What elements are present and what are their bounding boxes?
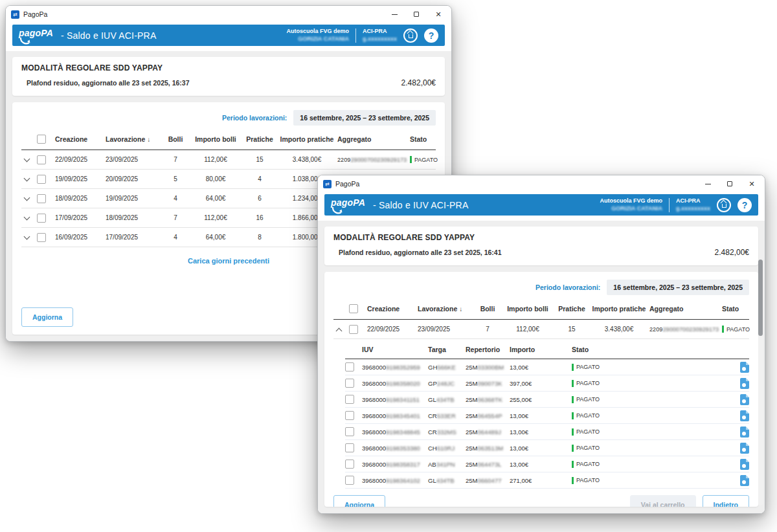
pratiche-cell: 8 [243,234,276,241]
status-badge: PAGATO [572,380,727,387]
pagopa-logo-icon: pagoPA [19,28,53,43]
col-bolli[interactable]: Bolli [163,135,188,143]
col-bolli[interactable]: Bolli [475,305,501,313]
col-lavorazione[interactable]: Lavorazione ↓ [418,305,475,313]
row-checkbox[interactable] [345,395,354,404]
close-button[interactable]: ✕ [434,10,442,18]
maximize-button[interactable] [412,10,420,18]
chevron-down-icon[interactable] [24,195,30,202]
indietro-button[interactable]: Indietro [703,495,750,507]
row-checkbox[interactable] [345,362,354,371]
lavorazione-cell: 23/09/2025 [106,156,163,163]
periodo-range-selector[interactable]: 16 settembre, 2025 – 23 settembre, 2025 [293,110,436,126]
receipt-icon[interactable] [740,378,749,389]
repertorio-cell: 25M063513M [466,445,510,452]
col-pratiche[interactable]: Pratiche [555,305,589,313]
status-bar-icon [572,412,574,419]
aggiorna-button[interactable]: Aggiorna [21,307,73,327]
row-checkbox[interactable] [37,233,46,242]
row-checkbox[interactable] [37,214,46,223]
minimize-button[interactable] [390,10,398,18]
subtable-row: 39680009198358317 AB341PN 25M064473L 13,… [345,456,749,472]
col-aggregato[interactable]: Aggregato [649,305,722,313]
page-title: - Saldo e IUV ACI-PRA [373,200,468,210]
row-checkbox[interactable] [37,155,46,164]
col-importo-pratiche[interactable]: Importo pratiche [589,305,649,313]
receipt-icon[interactable] [740,475,749,486]
targa-cell: AB341PN [428,461,466,468]
iuv-cell: 39680009198345401 [362,412,428,419]
receipt-icon[interactable] [740,410,749,421]
col-stato[interactable]: Stato [722,305,749,313]
subtable-row: 39680009198358020 GP248JC 25M090073K 397… [345,375,749,392]
col-stato[interactable]: Stato [410,135,436,143]
receipt-icon[interactable] [740,394,749,405]
front-window: ⇄ PagoPa ✕ pagoPA - Saldo e IUV ACI-PRA … [317,175,765,514]
bolli-cell: 4 [163,234,188,241]
col-importo-pratiche[interactable]: Importo pratiche [276,135,337,143]
row-checkbox[interactable] [345,443,354,452]
subtable-row: 39680009198352959 GH566KE 25M03300BM 13,… [345,359,749,375]
col-importo: Importo [510,346,572,353]
help-icon[interactable]: ? [424,28,438,43]
col-creazione[interactable]: Creazione [55,135,106,143]
status-badge: PAGATO [572,428,727,436]
iuv-cell: 39680009198348845 [362,428,428,436]
chevron-down-icon[interactable] [24,176,30,183]
col-aggregato[interactable]: Aggregato [337,135,410,143]
select-all-checkbox[interactable] [349,304,358,313]
row-checkbox[interactable] [345,427,354,436]
close-button[interactable]: ✕ [748,180,756,188]
row-checkbox[interactable] [349,325,358,334]
home-icon[interactable] [403,28,418,43]
row-checkbox[interactable] [345,476,354,485]
desktop: ⇄ PagoPa ✕ pagoPA - Saldo e IUV ACI-PRA … [0,0,777,532]
aggiorna-button[interactable]: Aggiorna [333,495,385,507]
col-creazione[interactable]: Creazione [367,305,418,313]
load-previous-days-link[interactable]: Carica giorni precedenti [188,257,269,265]
header-divider [355,28,356,43]
vertical-scrollbar[interactable] [758,260,763,505]
lavorazione-cell: 17/09/2025 [106,234,163,241]
lavorazione-cell: 23/09/2025 [418,326,475,333]
sort-desc-icon: ↓ [147,136,150,143]
table-card: Periodo lavorazioni: 16 settembre, 2025 … [324,272,758,507]
receipt-icon[interactable] [740,443,749,454]
iuv-cell: 39680009198353380 [362,445,428,452]
receipt-icon[interactable] [740,459,749,470]
col-importo-bolli[interactable]: Importo bolli [188,135,243,143]
row-checkbox[interactable] [37,194,46,203]
modality-title: MODALITÀ REGOLARE SDD YAPPAY [21,63,436,72]
minimize-button[interactable] [704,180,712,188]
scrollbar-thumb[interactable] [758,260,763,336]
col-lavorazione[interactable]: Lavorazione ↓ [106,135,163,143]
row-checkbox[interactable] [345,460,354,469]
chevron-down-icon[interactable] [24,215,30,221]
row-checkbox[interactable] [37,175,46,184]
chevron-down-icon[interactable] [24,234,30,241]
home-icon[interactable] [717,198,731,212]
lavorazione-cell: 19/09/2025 [106,195,163,202]
periodo-range-selector[interactable]: 16 settembre, 2025 – 23 settembre, 2025 [607,280,749,295]
row-checkbox[interactable] [345,411,354,420]
pratiche-cell: 6 [243,195,276,202]
row-checkbox[interactable] [345,379,354,388]
select-all-checkbox[interactable] [37,135,46,144]
summary-card: MODALITÀ REGOLARE SDD YAPPAY Plafond res… [324,227,758,265]
creazione-cell: 19/09/2025 [55,175,106,183]
status-bar-icon [572,445,574,452]
receipt-icon[interactable] [740,362,749,373]
col-pratiche[interactable]: Pratiche [243,135,276,143]
modality-title: MODALITÀ REGOLARE SDD YAPPAY [333,233,749,242]
status-badge: PAGATO [722,326,750,333]
plafond-amount: 2.482,00€ [715,248,749,257]
vai-al-carrello-button[interactable]: Vai al carrello [630,495,696,507]
periodo-label: Periodo lavorazioni: [535,283,600,291]
chevron-down-icon[interactable] [24,157,30,163]
targa-cell: GH566KE [428,364,466,371]
maximize-button[interactable] [726,180,734,188]
chevron-up-icon[interactable] [336,326,343,333]
help-icon[interactable]: ? [738,198,752,212]
col-importo-bolli[interactable]: Importo bolli [501,305,555,313]
receipt-icon[interactable] [740,427,749,438]
